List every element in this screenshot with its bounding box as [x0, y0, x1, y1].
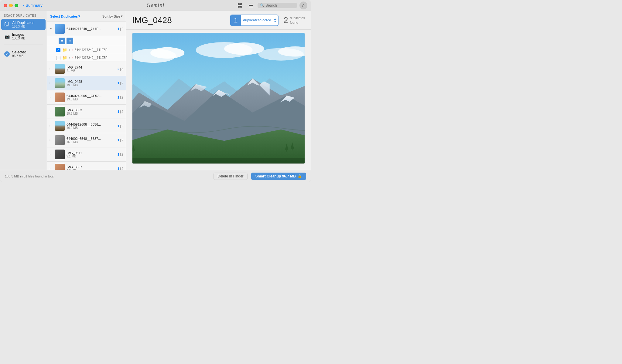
back-label: Summary: [26, 3, 43, 8]
svg-point-14: [150, 47, 184, 59]
maximize-button[interactable]: [15, 4, 18, 7]
file-icon-0-0: ▪: [72, 48, 73, 52]
images-text: Images 186.3 MB: [12, 32, 43, 40]
file-group-header-0[interactable]: ▼ 64444217249__741E... 1 | 2: [47, 22, 126, 36]
chevron-right-icon-3: ›: [50, 96, 53, 99]
file-counts-5: 1 | 2: [118, 124, 123, 128]
count-total-2: 2: [121, 81, 123, 85]
file-size-2: 19.6 MB: [67, 83, 116, 87]
chevron-down-icon: ▼: [50, 27, 53, 30]
file-group-0: ▼ 64444217249__741E... 1 | 2: [47, 22, 126, 62]
found-label-line2: found: [290, 21, 298, 24]
preview-title: IMG_0428: [132, 15, 225, 25]
app-title: Gemini: [147, 2, 165, 8]
sidebar-item-all-duplicates[interactable]: All Duplicates 186.3 MB: [1, 19, 46, 30]
minimize-button[interactable]: [9, 4, 13, 7]
file-size-3: 19.5 MB: [67, 98, 116, 101]
file-thumbnail-4: [55, 107, 65, 116]
file-group-8: › IMG_0667 4.2 MB 1 | 2: [47, 162, 126, 170]
svg-marker-11: [274, 21, 276, 22]
file-subitem-0-0[interactable]: 📁 › ▪ 64444217249__741E3F: [47, 46, 126, 54]
file-thumbnail-6: [55, 135, 65, 145]
images-label: Images: [12, 32, 43, 37]
file-group-header-4[interactable]: › IMG_0663 19.3 MB 1 | 2: [47, 105, 126, 119]
file-group-header-2[interactable]: › IMG_0428 19.6 MB 1 | 2: [47, 76, 126, 90]
file-icon-0-1: ▪: [72, 56, 73, 59]
svg-rect-33: [286, 150, 287, 152]
file-list-scroll[interactable]: ▼ 64444217249__741E... 1 | 2: [47, 22, 126, 170]
file-group-header-1[interactable]: › IMG_2744 21 MB 2 | 3: [47, 62, 126, 76]
count-selected-1: 2: [118, 67, 119, 71]
sort-by-size-label: Sort by Size: [102, 15, 120, 18]
count-selected-3: 1: [118, 96, 119, 99]
file-group-3: › 64460242905__CF57... 19.5 MB 1 | 2: [47, 90, 126, 105]
file-group-2: › IMG_0428 19.6 MB 1 | 2: [47, 76, 126, 90]
titlebar-right: 🔍 ☆: [236, 2, 307, 9]
svg-marker-10: [274, 19, 276, 20]
file-group-7: › IMG_0671 9.1 MB 1 | 2: [47, 147, 126, 162]
back-chevron-icon: ‹: [23, 3, 24, 8]
sort-by-size-button[interactable]: Sort by Size ▾: [102, 14, 123, 18]
file-name-2: IMG_0428: [67, 80, 116, 83]
count-sep-4: |: [120, 110, 121, 113]
traffic-lights: [4, 4, 18, 7]
bottom-bar: 186.3 MB in 51 files found in total Dele…: [0, 170, 311, 182]
close-button[interactable]: [4, 4, 7, 7]
select-duplicates-button[interactable]: Select Duplicates ▾: [50, 14, 80, 18]
file-group-header-5[interactable]: › 64445912608__8036... 16.9 MB 1 | 2: [47, 119, 126, 133]
back-button[interactable]: ‹ Summary: [23, 3, 43, 8]
file-group-header-7[interactable]: › IMG_0671 9.1 MB 1 | 2: [47, 147, 126, 161]
count-total-6: 2: [121, 138, 123, 142]
file-info-2: IMG_0428 19.6 MB: [67, 80, 116, 87]
grid-view-button[interactable]: [236, 2, 244, 9]
all-duplicates-size: 186.3 MB: [12, 25, 43, 28]
subitem-path-0-1: 64444217249__741E3F: [75, 56, 107, 59]
chevron-right-icon-5: ›: [50, 124, 53, 127]
chevron-right-icon-8: ›: [50, 167, 53, 170]
file-list: Select Duplicates ▾ Sort by Size ▾ ▼ 644…: [47, 11, 126, 170]
flag-action-icon[interactable]: ⚑: [59, 38, 65, 44]
file-counts-6: 1 | 2: [118, 138, 123, 142]
file-info-6: 64460246548__5587... 16.6 MB: [67, 137, 116, 144]
favorites-button[interactable]: ☆: [299, 2, 307, 9]
svg-point-16: [224, 42, 264, 55]
file-size-6: 16.6 MB: [67, 140, 116, 144]
file-subitem-0-1[interactable]: 📁 › ▪ 64444217249__741E3F: [47, 54, 126, 62]
images-icon: 📷: [4, 34, 10, 39]
file-group-header-6[interactable]: › 64460246548__5587... 16.6 MB 1 | 2: [47, 133, 126, 147]
duplicate-selected-badge: 1 duplicate selected: [230, 15, 279, 26]
file-thumbnail-1: [55, 64, 65, 74]
subitem-checkbox-0-0[interactable]: [56, 48, 60, 52]
delete-in-finder-button[interactable]: Delete In Finder: [214, 173, 247, 180]
file-size-4: 19.3 MB: [67, 112, 116, 115]
smart-cleanup-button[interactable]: Smart Cleanup 96.7 MB 🔒: [251, 173, 306, 180]
file-size-1: 21 MB: [67, 69, 116, 72]
list-view-button[interactable]: [247, 2, 255, 9]
file-group-header-3[interactable]: › 64460242905__CF57... 19.5 MB 1 | 2: [47, 90, 126, 104]
select-duplicates-chevron: ▾: [78, 14, 80, 18]
file-thumbnail-3: [55, 93, 65, 102]
chevron-right-icon-7: ›: [50, 153, 53, 156]
titlebar: ‹ Summary Gemini 🔍: [0, 0, 311, 11]
search-input[interactable]: [265, 3, 295, 8]
found-number: 2: [283, 15, 288, 25]
file-group-6: › 64460246548__5587... 16.6 MB 1 | 2: [47, 133, 126, 147]
count-sep-2: |: [120, 81, 121, 85]
grid-action-icon[interactable]: ⊞: [67, 38, 73, 44]
duplicate-label: duplicate selected: [241, 15, 274, 25]
subitem-checkbox-0-1[interactable]: [56, 56, 60, 60]
svg-rect-1: [240, 3, 242, 5]
file-name-5: 64445912608__8036...: [67, 123, 116, 126]
sidebar-item-images[interactable]: 📷 Images 186.3 MB: [1, 31, 46, 42]
smart-cleanup-label: Smart Cleanup 96.7 MB: [255, 174, 296, 178]
duplicate-stepper-icon[interactable]: [274, 15, 278, 25]
sidebar-divider: [4, 45, 43, 45]
file-group-header-8[interactable]: › IMG_0667 4.2 MB 1 | 2: [47, 162, 126, 170]
sidebar-item-selected[interactable]: ✓ Selected 96.7 MB: [1, 48, 46, 60]
search-bar[interactable]: 🔍: [258, 3, 297, 8]
subitem-path-0-0: 64444217249__741E3F: [75, 48, 107, 52]
main-content: Exact Duplicates All Duplicates 186.3 MB…: [0, 11, 311, 170]
count-total-0: 2: [121, 27, 123, 31]
duplicate-number: 1: [231, 15, 241, 25]
found-label-line1: duplicates: [290, 16, 305, 20]
